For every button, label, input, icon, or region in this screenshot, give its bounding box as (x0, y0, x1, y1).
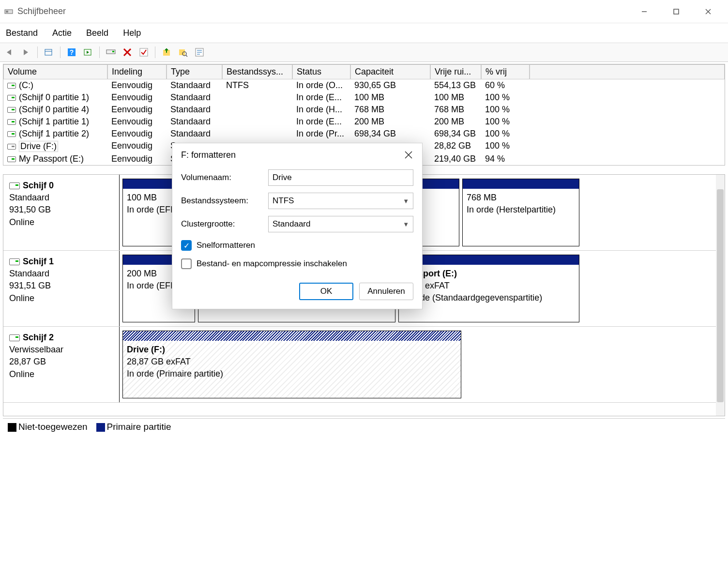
menu-view[interactable]: Beeld (86, 28, 108, 38)
menu-help[interactable]: Help (123, 28, 141, 38)
partition[interactable]: 768 MBIn orde (Herstelpartitie) (462, 179, 579, 246)
forward-button[interactable] (19, 45, 33, 59)
dialog-close-button[interactable] (403, 149, 414, 161)
svg-line-20 (186, 55, 187, 57)
disk-info: Schijf 1Standaard931,51 GBOnline (3, 251, 120, 326)
search-icon[interactable] (176, 45, 190, 59)
toolbar: ? (0, 43, 728, 62)
disk-info: Schijf 0Standaard931,50 GBOnline (3, 175, 120, 250)
panel-toggle-icon[interactable] (81, 45, 95, 59)
drive-icon (9, 334, 20, 341)
column-header-capacity[interactable]: Capaciteit (350, 64, 430, 79)
vertical-scrollbar[interactable] (716, 175, 725, 416)
compression-label: Bestand- en mapcompressie inschakelen (197, 259, 347, 269)
toolbar-separator (99, 46, 100, 58)
window-titlebar: Schijfbeheer (0, 0, 728, 23)
column-header-indeling[interactable]: Indeling (107, 64, 167, 79)
properties-icon[interactable] (193, 45, 206, 59)
svg-rect-3 (674, 9, 679, 14)
menu-action[interactable]: Actie (52, 28, 72, 38)
window-minimize-button[interactable] (633, 4, 655, 19)
drive-icon (7, 131, 16, 137)
svg-marker-11 (87, 51, 89, 54)
svg-rect-6 (45, 49, 52, 55)
quick-format-checkbox[interactable]: ✓ (181, 240, 192, 251)
format-dialog: F: formatteren Volumenaam: Bestandssyste… (172, 143, 423, 309)
toolbar-separator (37, 46, 38, 58)
scrollbar-thumb[interactable] (717, 189, 724, 402)
delete-icon[interactable] (121, 45, 134, 59)
window-title: Schijfbeheer (17, 6, 633, 16)
menu-file[interactable]: Bestand (6, 28, 38, 38)
volume-row[interactable]: (Schijf 1 partitie 2)EenvoudigStandaardI… (3, 128, 725, 140)
legend-unallocated: Niet-toegewezen (8, 422, 88, 432)
volume-row[interactable]: (C:)EenvoudigStandaardNTFSIn orde (O...9… (3, 79, 725, 91)
column-header-type[interactable]: Type (167, 64, 222, 79)
partition-container: Drive (F:)28,87 GB exFATIn orde (Primair… (120, 327, 725, 402)
toolbar-separator (60, 46, 61, 58)
quick-format-label: Snelformatteren (197, 241, 255, 250)
volume-list-header: Volume Indeling Type Bestandssys... Stat… (3, 64, 725, 79)
svg-rect-18 (179, 49, 185, 55)
dialog-title: F: formatteren (181, 150, 403, 160)
disk-info: Schijf 2Verwisselbaar28,87 GBOnline (3, 327, 120, 402)
cluster-size-label: Clustergrootte: (181, 219, 268, 229)
volume-row[interactable]: (Schijf 0 partitie 4)EenvoudigStandaardI… (3, 104, 725, 116)
help-icon[interactable]: ? (65, 45, 78, 59)
menu-bar: Bestand Actie Beeld Help (0, 23, 728, 43)
svg-rect-1 (6, 11, 8, 13)
chevron-down-icon: ▼ (403, 197, 409, 205)
back-button[interactable] (3, 45, 16, 59)
refresh-view-icon[interactable] (42, 45, 56, 59)
column-header-pctfree[interactable]: % vrij (481, 64, 530, 79)
compression-checkbox[interactable] (181, 258, 192, 269)
legend-primary: Primaire partitie (96, 422, 171, 432)
volume-row[interactable]: (Schijf 0 partitie 1)EenvoudigStandaardI… (3, 91, 725, 104)
ok-button[interactable]: OK (299, 283, 353, 300)
partition[interactable]: Drive (F:)28,87 GB exFATIn orde (Primair… (122, 331, 461, 398)
drive-icon (7, 156, 16, 162)
drive-icon (7, 144, 16, 150)
column-header-free[interactable]: Vrije rui... (430, 64, 481, 79)
column-spacer (530, 64, 725, 79)
filesystem-label: Bestandssysteem: (181, 196, 268, 206)
app-icon (4, 7, 14, 16)
filesystem-select[interactable]: NTFS ▼ (268, 193, 413, 209)
volume-name-label: Volumenaam: (181, 173, 268, 182)
column-header-status[interactable]: Status (292, 64, 350, 79)
drive-icon (9, 182, 20, 189)
legend: Niet-toegewezen Primaire partitie (3, 418, 725, 435)
disk-row: Schijf 2Verwisselbaar28,87 GBOnlineDrive… (3, 327, 725, 403)
export-icon[interactable] (160, 45, 173, 59)
new-partition-icon[interactable] (137, 45, 151, 59)
window-close-button[interactable] (697, 4, 719, 19)
cluster-size-select[interactable]: Standaard ▼ (268, 216, 413, 232)
volume-name-input[interactable] (268, 169, 413, 186)
svg-rect-16 (140, 48, 148, 56)
drive-icon (7, 119, 16, 125)
drive-icon (7, 107, 16, 113)
svg-rect-13 (112, 51, 114, 52)
column-header-volume[interactable]: Volume (3, 64, 107, 79)
chevron-down-icon: ▼ (403, 221, 409, 228)
drive-icon (9, 258, 20, 265)
partition[interactable]: Passport (E:)8 GB exFATIn orde (Standaar… (398, 255, 579, 322)
drive-icon (7, 83, 16, 89)
drive-icon (7, 95, 16, 101)
column-header-filesystem[interactable]: Bestandssys... (222, 64, 292, 79)
window-maximize-button[interactable] (665, 4, 687, 19)
svg-text:?: ? (70, 48, 74, 56)
volume-row[interactable]: (Schijf 1 partitie 1)EenvoudigStandaardI… (3, 116, 725, 128)
drive-icon[interactable] (104, 45, 118, 59)
cancel-button[interactable]: Annuleren (359, 283, 413, 300)
toolbar-separator (155, 46, 155, 58)
